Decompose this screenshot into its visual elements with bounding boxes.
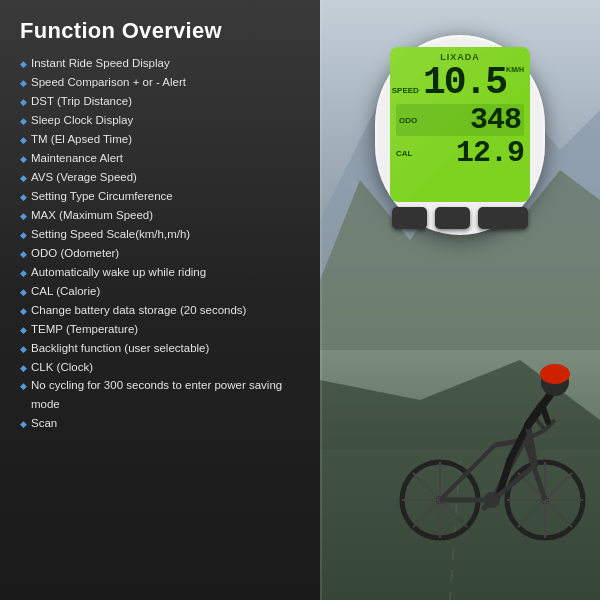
list-item: ◆Scan (20, 414, 300, 433)
feature-text: ODO (Odometer) (31, 244, 119, 263)
device-body: LIXADA SPEED 10.5 KM/H ODO 348 CAL 12.9 (375, 35, 545, 235)
diamond-icon: ◆ (20, 417, 27, 432)
feature-list: ◆Instant Ride Speed Display◆Speed Compar… (20, 54, 300, 433)
diamond-icon: ◆ (20, 209, 27, 224)
feature-text: Backlight function (user selectable) (31, 339, 209, 358)
diamond-icon: ◆ (20, 133, 27, 148)
page-title: Function Overview (20, 18, 300, 44)
odo-value: 348 (470, 105, 521, 135)
diamond-icon: ◆ (20, 247, 27, 262)
left-panel: Function Overview ◆Instant Ride Speed Di… (0, 0, 320, 600)
diamond-icon: ◆ (20, 228, 27, 243)
feature-text: TEMP (Temperature) (31, 320, 138, 339)
list-item: ◆TEMP (Temperature) (20, 320, 300, 339)
feature-text: MAX (Maximum Speed) (31, 206, 153, 225)
speed-value: 10.5 (423, 64, 506, 102)
feature-text: TM (El Apsed Time) (31, 130, 132, 149)
panel-divider (320, 0, 322, 600)
feature-text: CAL (Calorie) (31, 282, 100, 301)
list-item: ◆Instant Ride Speed Display (20, 54, 300, 73)
feature-text: Automatically wake up while riding (31, 263, 206, 282)
list-item: ◆ODO (Odometer) (20, 244, 300, 263)
feature-text: DST (Trip Distance) (31, 92, 132, 111)
cyclist-image (380, 330, 600, 550)
feature-text: Sleep Clock Display (31, 111, 133, 130)
odo-label: ODO (399, 116, 417, 125)
feature-text: Speed Comparison + or - Alert (31, 73, 186, 92)
svg-line-22 (440, 445, 495, 500)
diamond-icon: ◆ (20, 323, 27, 338)
feature-text: CLK (Clock) (31, 358, 93, 377)
diamond-icon: ◆ (20, 171, 27, 186)
list-item: ◆MAX (Maximum Speed) (20, 206, 300, 225)
list-item: ◆Change battery data storage (20 seconds… (20, 301, 300, 320)
list-item: ◆Setting Speed Scale(km/h,m/h) (20, 225, 300, 244)
device-screen: LIXADA SPEED 10.5 KM/H ODO 348 CAL 12.9 (390, 47, 530, 202)
list-item: ◆TM (El Apsed Time) (20, 130, 300, 149)
device-btn-middle[interactable] (435, 207, 470, 229)
feature-text: Setting Type Circumference (31, 187, 173, 206)
feature-text: Maintenance Alert (31, 149, 123, 168)
feature-text: Scan (31, 414, 57, 433)
speed-unit: KM/H (506, 66, 524, 73)
speed-label: SPEED (392, 86, 419, 95)
right-panel: LIXADA SPEED 10.5 KM/H ODO 348 CAL 12.9 (320, 0, 600, 600)
diamond-icon: ◆ (20, 57, 27, 72)
diamond-icon: ◆ (20, 95, 27, 110)
main-container: Function Overview ◆Instant Ride Speed Di… (0, 0, 600, 600)
feature-text: No cycling for 300 seconds to enter powe… (31, 376, 300, 414)
diamond-icon: ◆ (20, 114, 27, 129)
list-item: ◆Sleep Clock Display (20, 111, 300, 130)
list-item: ◆No cycling for 300 seconds to enter pow… (20, 376, 300, 414)
feature-text: Change battery data storage (20 seconds) (31, 301, 246, 320)
list-item: ◆CLK (Clock) (20, 358, 300, 377)
list-item: ◆Automatically wake up while riding (20, 263, 300, 282)
feature-text: Instant Ride Speed Display (31, 54, 170, 73)
diamond-icon: ◆ (20, 361, 27, 376)
diamond-icon: ◆ (20, 190, 27, 205)
list-item: ◆Backlight function (user selectable) (20, 339, 300, 358)
list-item: ◆DST (Trip Distance) (20, 92, 300, 111)
speed-section: SPEED 10.5 KM/H (396, 64, 524, 102)
list-item: ◆Setting Type Circumference (20, 187, 300, 206)
diamond-icon: ◆ (20, 152, 27, 167)
feature-text: Setting Speed Scale(km/h,m/h) (31, 225, 190, 244)
list-item: ◆Maintenance Alert (20, 149, 300, 168)
cal-section: CAL 12.9 (396, 138, 524, 168)
odo-section: ODO 348 (396, 104, 524, 136)
device-container: LIXADA SPEED 10.5 KM/H ODO 348 CAL 12.9 (375, 35, 545, 255)
list-item: ◆AVS (Verage Speed) (20, 168, 300, 187)
device-btn-right[interactable] (478, 207, 528, 229)
list-item: ◆Speed Comparison + or - Alert (20, 73, 300, 92)
feature-text: AVS (Verage Speed) (31, 168, 137, 187)
diamond-icon: ◆ (20, 76, 27, 91)
diamond-icon: ◆ (20, 285, 27, 300)
diamond-icon: ◆ (20, 304, 27, 319)
diamond-icon: ◆ (20, 266, 27, 281)
device-btn-left[interactable] (392, 207, 427, 229)
device-buttons (392, 207, 528, 229)
diamond-icon: ◆ (20, 342, 27, 357)
svg-point-32 (540, 364, 570, 384)
cal-label: CAL (396, 149, 412, 158)
cal-value: 12.9 (456, 138, 524, 168)
diamond-icon: ◆ (20, 379, 27, 394)
list-item: ◆CAL (Calorie) (20, 282, 300, 301)
